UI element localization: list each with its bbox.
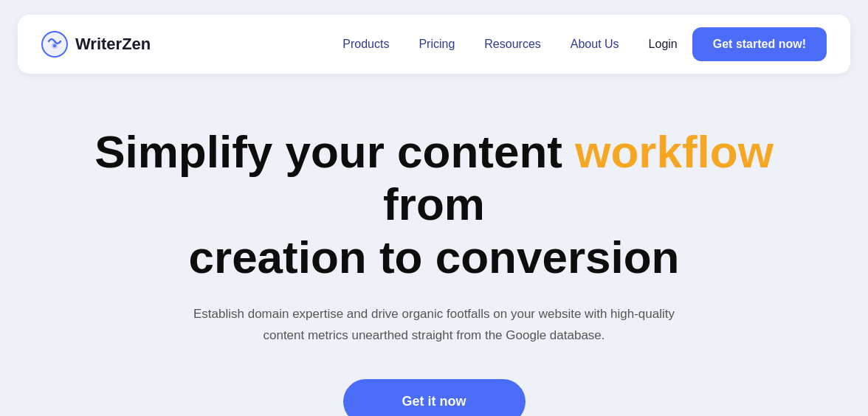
nav-resources[interactable]: Resources [484,38,540,51]
nav-links: Products Pricing Resources About Us [342,38,619,51]
nav-pricing[interactable]: Pricing [418,38,455,51]
hero-subtitle: Establish domain expertise and drive org… [183,304,685,347]
hero-section: Simplify your content workflow from crea… [0,89,868,416]
get-it-now-button[interactable]: Get it now [343,379,526,416]
nav-products[interactable]: Products [342,38,389,51]
logo-icon [41,31,68,58]
hero-title-line2: creation to conversion [189,232,680,282]
nav-about[interactable]: About Us [571,38,619,51]
hero-title: Simplify your content workflow from crea… [74,125,794,283]
get-started-button[interactable]: Get started now! [692,27,827,61]
hero-title-highlight: workflow [575,126,774,177]
logo-text: WriterZen [75,35,151,54]
navbar: WriterZen Products Pricing Resources Abo… [18,15,850,74]
hero-title-part2: from [383,178,485,229]
login-button[interactable]: Login [649,38,678,51]
hero-title-part1: Simplify your content [94,126,575,177]
logo: WriterZen [41,31,151,58]
svg-point-2 [53,44,56,47]
